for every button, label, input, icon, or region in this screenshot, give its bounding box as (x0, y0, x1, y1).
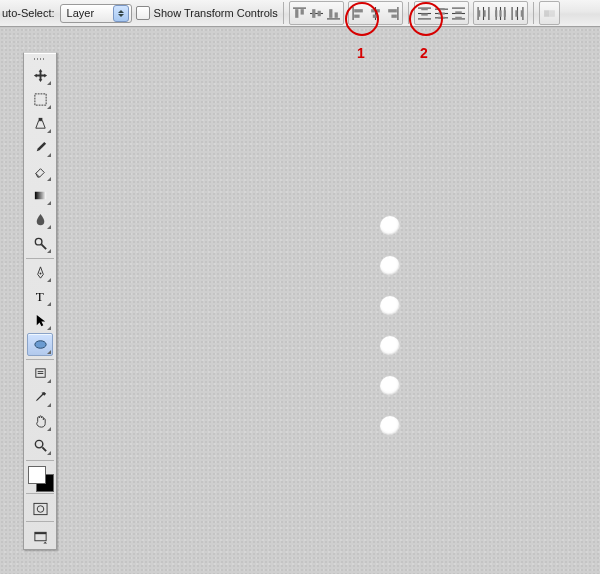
svg-rect-42 (495, 10, 497, 17)
toolbox-panel: T (23, 52, 57, 550)
eraser-tool[interactable] (27, 160, 53, 183)
dist-left-button[interactable] (475, 4, 492, 22)
align-vmiddle-button[interactable] (308, 4, 325, 22)
dist-hcenter-button[interactable] (492, 4, 509, 22)
svg-rect-68 (34, 532, 45, 534)
shape-dot[interactable] (380, 336, 400, 356)
annotation-circle-1 (345, 2, 379, 36)
ellipse-shape-tool[interactable] (27, 333, 53, 356)
toolbox-separator (26, 359, 54, 360)
svg-point-57 (39, 273, 41, 275)
svg-rect-4 (312, 9, 315, 18)
gradient-tool[interactable] (27, 184, 53, 207)
brush-tool[interactable] (27, 136, 53, 159)
auto-align-group (539, 1, 560, 25)
svg-rect-51 (549, 10, 554, 17)
svg-rect-49 (520, 10, 522, 17)
chevron-updown-icon (113, 5, 129, 22)
svg-rect-38 (483, 10, 485, 17)
move-tool[interactable] (27, 64, 53, 87)
document-canvas[interactable] (0, 0, 600, 574)
auto-select-label: uto-Select: (2, 7, 56, 19)
dist-right-button[interactable] (509, 4, 526, 22)
svg-point-66 (37, 506, 44, 513)
svg-rect-37 (478, 10, 480, 17)
align-right-button[interactable] (384, 4, 401, 22)
svg-rect-54 (34, 192, 45, 200)
healing-brush-tool[interactable] (27, 112, 53, 135)
svg-rect-50 (544, 10, 549, 17)
path-select-tool[interactable] (27, 309, 53, 332)
toolbox-separator (26, 493, 54, 494)
separator (533, 2, 534, 24)
toolbox-separator (26, 521, 54, 522)
svg-rect-33 (455, 16, 462, 18)
screen-mode-button[interactable] (28, 527, 52, 547)
auto-select-value: Layer (67, 7, 109, 19)
svg-point-63 (35, 440, 43, 448)
blur-tool[interactable] (27, 208, 53, 231)
svg-rect-52 (34, 94, 45, 105)
shape-dot[interactable] (380, 376, 400, 396)
svg-rect-7 (329, 9, 332, 18)
options-bar: uto-Select: Layer Show Transform Control… (0, 0, 600, 27)
align-edges-group (289, 1, 344, 25)
auto-select-dropdown[interactable]: Layer (60, 4, 132, 23)
svg-rect-17 (391, 14, 396, 17)
annotation-label-1: 1 (357, 45, 365, 61)
panel-grip[interactable] (29, 56, 51, 63)
svg-rect-65 (33, 503, 46, 514)
type-tool[interactable]: T (27, 285, 53, 308)
svg-rect-48 (515, 10, 517, 17)
svg-point-55 (35, 238, 42, 245)
zoom-tool[interactable] (27, 434, 53, 457)
show-transform-checkbox[interactable]: Show Transform Controls (136, 6, 278, 20)
foreground-swatch[interactable] (28, 466, 46, 484)
toolbox-separator (26, 460, 54, 461)
svg-text:T: T (35, 289, 43, 304)
eyedropper-tool[interactable] (27, 386, 53, 409)
align-bottom-button[interactable] (325, 4, 342, 22)
separator (283, 2, 284, 24)
dodge-tool[interactable] (27, 232, 53, 255)
color-swatches[interactable] (27, 465, 53, 491)
svg-rect-8 (334, 12, 337, 17)
distribute-h-group (473, 1, 528, 25)
svg-point-59 (34, 341, 45, 349)
shape-dot[interactable] (380, 296, 400, 316)
notes-tool[interactable] (27, 362, 53, 385)
hand-tool[interactable] (27, 410, 53, 433)
svg-rect-16 (388, 9, 397, 12)
svg-rect-2 (300, 9, 303, 14)
svg-rect-32 (455, 11, 462, 13)
shape-dot[interactable] (380, 256, 400, 276)
pen-tool[interactable] (27, 261, 53, 284)
checkbox-icon (136, 6, 150, 20)
svg-line-56 (41, 244, 46, 249)
shape-dot[interactable] (380, 416, 400, 436)
svg-rect-43 (499, 10, 501, 17)
marquee-tool[interactable] (27, 88, 53, 111)
svg-rect-5 (317, 10, 320, 15)
toolbox-separator (26, 258, 54, 259)
align-top-button[interactable] (291, 4, 308, 22)
svg-rect-44 (503, 10, 505, 17)
quick-mask-button[interactable] (28, 499, 52, 519)
show-transform-label: Show Transform Controls (154, 7, 278, 19)
dist-bottom-button[interactable] (450, 4, 467, 22)
svg-line-64 (42, 447, 46, 451)
annotation-circle-2 (409, 2, 443, 36)
shape-dot[interactable] (380, 216, 400, 236)
annotation-label-2: 2 (420, 45, 428, 61)
svg-rect-1 (295, 9, 298, 18)
auto-align-button (541, 4, 558, 22)
